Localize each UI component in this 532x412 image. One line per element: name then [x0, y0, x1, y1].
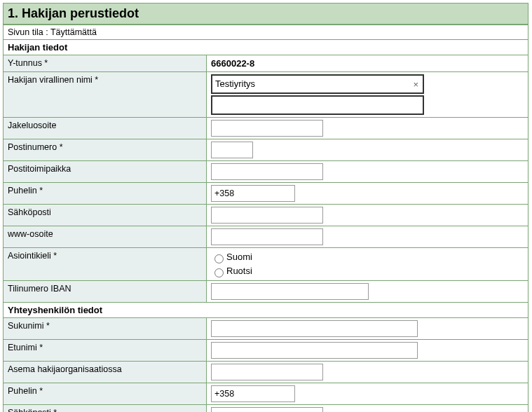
jakeluosoite-input[interactable] [211, 120, 323, 137]
clear-name-icon[interactable]: × [413, 78, 418, 91]
c-sahkoposti-label: Sähköposti * [4, 405, 207, 412]
section-contact-person: Yhteyshenkilön tiedot [4, 303, 528, 318]
status-value: Täyttämättä [50, 27, 97, 37]
asema-input[interactable] [211, 364, 323, 380]
www-label: www-osoite [4, 226, 207, 247]
lang-ruotsi-radio[interactable] [214, 268, 224, 277]
virallinen-nimi-text: Testiyritys [215, 78, 255, 89]
postinumero-label: Postinumero * [4, 139, 207, 160]
jakeluosoite-label: Jakeluosoite [4, 118, 207, 139]
tilinumero-label: Tilinumero IBAN [4, 281, 207, 302]
postitoimipaikka-label: Postitoimipaikka [4, 161, 207, 182]
postitoimipaikka-input[interactable] [211, 163, 323, 180]
tilinumero-input[interactable] [211, 283, 369, 300]
lang-ruotsi-label: Ruotsi [226, 266, 252, 276]
c-sahkoposti-input[interactable] [211, 407, 323, 412]
ytunnus-label: Y-tunnus * [4, 55, 207, 71]
sahkoposti-label: Sähköposti [4, 205, 207, 226]
ytunnus-value: 6660022-8 [207, 55, 528, 71]
section-applicant-info: Hakijan tiedot [4, 40, 528, 55]
virallinen-nimi-input-2[interactable] [211, 95, 424, 115]
c-puhelin-label: Puhelin * [4, 383, 207, 404]
lang-suomi-option[interactable]: Suomi [211, 250, 524, 264]
www-input[interactable] [211, 228, 323, 245]
virallinen-nimi-input[interactable]: Testiyritys × [211, 74, 424, 94]
lang-suomi-label: Suomi [226, 252, 252, 262]
postinumero-input[interactable] [211, 142, 253, 158]
form-panel: Sivun tila : Täyttämättä Hakijan tiedot … [3, 25, 528, 412]
lang-ruotsi-option[interactable]: Ruotsi [211, 264, 524, 278]
status-label: Sivun tila : [8, 27, 50, 37]
etunimi-label: Etunimi * [4, 340, 207, 361]
c-puhelin-input[interactable] [211, 385, 295, 402]
etunimi-input[interactable] [211, 342, 418, 359]
page-title: 1. Hakijan perustiedot [3, 3, 528, 25]
puhelin-input[interactable] [211, 185, 295, 202]
sukunimi-input[interactable] [211, 320, 418, 337]
lang-suomi-radio[interactable] [214, 254, 224, 263]
page-status: Sivun tila : Täyttämättä [4, 25, 528, 40]
asiointikieli-label: Asiointikieli * [4, 248, 207, 280]
puhelin-label: Puhelin * [4, 183, 207, 204]
sukunimi-label: Sukunimi * [4, 318, 207, 339]
asema-label: Asema hakijaorganisaatiossa [4, 362, 207, 383]
virallinen-nimi-label: Hakijan virallinen nimi * [4, 72, 207, 117]
sahkoposti-input[interactable] [211, 207, 323, 224]
